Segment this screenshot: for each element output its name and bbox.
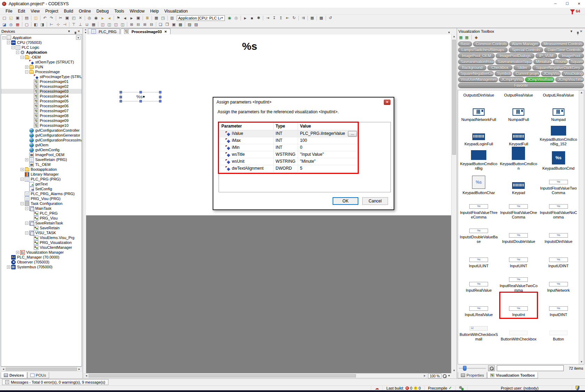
shop-button[interactable]: ▩: [318, 15, 325, 21]
library-manager-button[interactable]: ≣: [144, 15, 151, 21]
tree-item-oem[interactable]: −-OEM: [1, 55, 82, 60]
category-jcmpvisu[interactable]: JCmpVisu: [541, 71, 561, 76]
table-row[interactable]: iMaxINT100: [219, 137, 358, 144]
category-symbols[interactable]: Symbols: [495, 71, 512, 76]
toolbox-search-input[interactable]: [497, 365, 564, 371]
value-cell[interactable]: "Input Value": [298, 151, 358, 158]
ungroup-button[interactable]: ❐: [164, 22, 170, 28]
new-project-button[interactable]: ▢: [1, 15, 8, 21]
maximize-button[interactable]: ☐: [561, 0, 573, 8]
close-panel-icon[interactable]: ✕: [76, 30, 81, 33]
value-cell[interactable]: 0: [298, 144, 358, 151]
scroll-up-icon[interactable]: ▲: [579, 90, 584, 95]
redo-button[interactable]: ↷: [48, 15, 55, 21]
tree-item-library-manager[interactable]: Library Manager: [1, 172, 82, 177]
export-button[interactable]: ◳: [160, 15, 166, 21]
menu-item-build[interactable]: Build: [61, 8, 76, 15]
zoom-tool-button[interactable]: ◎: [8, 22, 14, 28]
toolbox-item-inputstfloatvaluetwocomma[interactable]: %sInputstFloatValueTwoComma: [539, 172, 578, 196]
toolbox-item-keypadbuttoncmdicon[interactable]: KeypadButtonCmdIcon: [499, 147, 538, 172]
close-panel-icon[interactable]: ✕: [579, 30, 584, 33]
category-squarenegativedarkgrey[interactable]: SquareNegativeDarkGrey: [532, 65, 584, 70]
open-project-button[interactable]: ◱: [8, 15, 14, 21]
step-into-button[interactable]: ↧: [271, 15, 278, 21]
devices-horizontal-scrollbar[interactable]: ◄ ►: [1, 367, 82, 371]
scroll-right-icon[interactable]: ►: [77, 368, 82, 371]
category-squarenegativegrey[interactable]: SquareNegativeGrey: [458, 71, 494, 76]
start-button[interactable]: ►: [242, 15, 249, 21]
toolbox-item-outputrealvalue[interactable]: OutputRealValue: [499, 90, 538, 99]
align-center-button[interactable]: ⊹: [55, 22, 61, 28]
toolbox-item-numpadfull[interactable]: NumpadFull: [499, 99, 538, 123]
scroll-left-icon[interactable]: ◄: [1, 368, 6, 371]
delete-button[interactable]: ✕: [77, 15, 84, 21]
tree-item-prg-visu[interactable]: PRG_Visu: [1, 216, 82, 221]
tree-item-processimage01[interactable]: ProcessImage01: [1, 79, 82, 84]
close-button[interactable]: ✕: [573, 0, 585, 8]
tree-item-visualization-manager[interactable]: +Visualization Manager: [1, 250, 82, 255]
category-current-project[interactable]: Current project: [513, 71, 540, 76]
menu-item-tools[interactable]: Tools: [112, 8, 127, 15]
tree-expander[interactable]: −: [25, 70, 28, 74]
editor-tab-processimage03[interactable]: ProcessImage03✕: [121, 29, 170, 34]
scrollbar-thumb[interactable]: [452, 40, 456, 155]
zoom-dropdown-icon[interactable]: ▼: [448, 374, 450, 377]
frame-element-button[interactable]: ▢: [23, 22, 30, 28]
tree-expander[interactable]: −: [25, 222, 28, 225]
close-document-icon[interactable]: ✕: [85, 29, 87, 31]
resize-handle-nw[interactable]: [120, 91, 122, 93]
paste-button[interactable]: ◰: [70, 15, 77, 21]
resize-handle-sw[interactable]: [120, 100, 122, 102]
tree-expander[interactable]: −: [2, 36, 6, 39]
tree-item-visuelems-visu-prg[interactable]: VisuElems.Visu_Prg: [1, 235, 82, 240]
tree-item-setconfig[interactable]: SetConfig: [1, 186, 82, 191]
toolbox-item-inputnetwork[interactable]: %sInputNetwork: [539, 269, 578, 294]
tree-item-saveretain[interactable]: SaveRetain: [1, 225, 82, 230]
tree-expander[interactable]: −: [16, 51, 19, 54]
tree-item-processimage[interactable]: −ProcessImage: [1, 69, 82, 74]
category-favorite[interactable]: Favorite: [458, 83, 584, 88]
toolbox-item-inputrealvalue[interactable]: %sInputRealValue: [459, 269, 499, 294]
find-button[interactable]: ◎: [86, 15, 93, 21]
resize-handle-ne[interactable]: [159, 91, 161, 93]
toolbox-item-inputulint[interactable]: %sInputULINT: [459, 245, 499, 269]
tree-expander[interactable]: −: [21, 178, 24, 181]
order-2-button[interactable]: ⊟: [135, 22, 142, 28]
tree-item-saveretaintask[interactable]: −SaveRetainTask: [1, 221, 82, 225]
copy-project-button[interactable]: ◫: [32, 15, 39, 21]
multiply-visu-button[interactable]: ▨: [186, 22, 193, 28]
save-button[interactable]: ▣: [14, 15, 21, 21]
order-1-button[interactable]: ⊞: [128, 22, 135, 28]
toolbox-item-keypad[interactable]: Keypad: [499, 172, 538, 196]
category-saveanimationround[interactable]: SaveanimationRound: [458, 59, 494, 64]
resize-handle-se[interactable]: [159, 100, 161, 102]
tree-expander[interactable]: −: [25, 207, 28, 210]
tree-expander[interactable]: −: [12, 46, 15, 49]
panel-tab-pous[interactable]: POUs: [27, 372, 49, 378]
menu-item-debug[interactable]: Debug: [94, 8, 112, 15]
tree-item-gvloemconfig[interactable]: gvlOemConfig: [1, 147, 82, 152]
tree-expander[interactable]: −: [21, 202, 24, 205]
toolbox-item-outputstdintvalue[interactable]: OutputstDintValue: [459, 90, 499, 99]
toolbox-item-inputdint[interactable]: %sInputDINT: [539, 294, 578, 318]
find-replace-button[interactable]: ◉: [93, 15, 99, 21]
dialog-close-button[interactable]: ✕: [384, 100, 390, 105]
next-bookmark-button[interactable]: ►: [128, 15, 135, 21]
toolbox-item-inputstfloatvalueonecomma[interactable]: %sInputstFloatValueOneComma: [499, 196, 538, 221]
tree-item-processimage02[interactable]: ProcessImage02: [1, 84, 82, 89]
menu-item-online[interactable]: Online: [76, 8, 94, 15]
list-view-icon[interactable]: ▦: [458, 35, 463, 40]
tree-expander[interactable]: −: [25, 231, 28, 235]
messages-tab[interactable]: Messages - Total 0 error(s), 0 warning(s…: [2, 379, 108, 385]
bring-front-button[interactable]: ◧: [32, 22, 39, 28]
tree-item-imagepool-oem[interactable]: ImagePool_OEM: [1, 152, 82, 157]
toolbox-item-inputstdoublevalue[interactable]: %sInputstDoubleValue: [499, 221, 538, 245]
editor-tab-plc-prg[interactable]: PLC_PRG: [88, 29, 120, 34]
toolbox-item-button[interactable]: Button: [539, 318, 578, 343]
menu-item-project[interactable]: Project: [43, 8, 61, 15]
resize-handle-n[interactable]: [139, 91, 142, 93]
toolbox-vertical-scrollbar[interactable]: ▲ ▼: [579, 90, 584, 364]
tree-item-visuclientmanager[interactable]: VisuClientManager: [1, 245, 82, 250]
prev-bookmark-button[interactable]: ◄: [122, 15, 128, 21]
align-right-button[interactable]: ⊣: [61, 22, 68, 28]
